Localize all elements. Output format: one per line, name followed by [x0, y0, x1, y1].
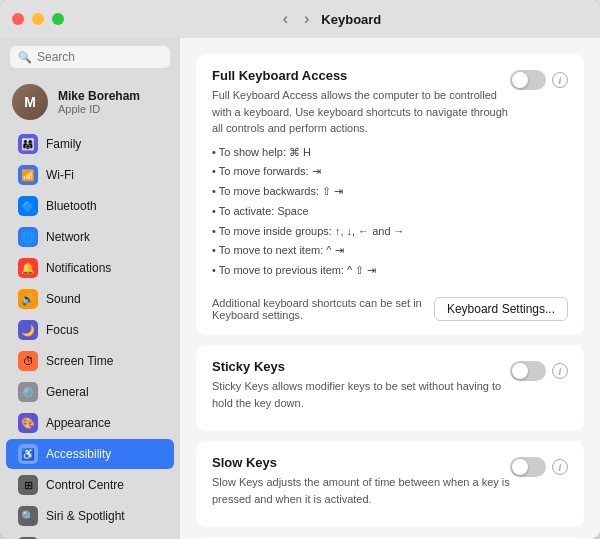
bullet-item: • To move to previous item: ^ ⇧ ⇥ [212, 261, 510, 281]
toggle-sticky-keys[interactable] [510, 361, 546, 381]
section-title-sticky-keys: Sticky Keys [212, 359, 510, 374]
section-title-full-keyboard: Full Keyboard Access [212, 68, 510, 83]
search-icon: 🔍 [18, 51, 32, 64]
wifi-icon: 📶 [18, 165, 38, 185]
sidebar-item-wifi[interactable]: 📶Wi-Fi [6, 160, 174, 190]
network-icon: 🌐 [18, 227, 38, 247]
sidebar-label-family: Family [46, 137, 81, 151]
section-card-full-keyboard: Full Keyboard AccessFull Keyboard Access… [196, 54, 584, 335]
bullet-item: • To move inside groups: ↑, ↓, ← and → [212, 222, 510, 242]
section-text-full-keyboard: Full Keyboard AccessFull Keyboard Access… [212, 68, 510, 289]
controlcentre-icon: ⊞ [18, 475, 38, 495]
section-card-sticky-keys: Sticky KeysSticky Keys allows modifier k… [196, 345, 584, 431]
sidebar-item-privacy[interactable]: 🔒Privacy & Security [6, 532, 174, 539]
sidebar-item-sound[interactable]: 🔊Sound [6, 284, 174, 314]
close-button[interactable] [12, 13, 24, 25]
search-input[interactable] [37, 50, 162, 64]
section-row-slow-keys: Slow KeysSlow Keys adjusts the amount of… [212, 455, 568, 513]
sidebar-label-wifi: Wi-Fi [46, 168, 74, 182]
info-button-full-keyboard[interactable]: i [552, 72, 568, 88]
sidebar-item-family[interactable]: 👨‍👩‍👧Family [6, 129, 174, 159]
sidebar-item-screentime[interactable]: ⏱Screen Time [6, 346, 174, 376]
sidebar-label-spotlight: Siri & Spotlight [46, 509, 125, 523]
sections-container: Full Keyboard AccessFull Keyboard Access… [196, 54, 584, 539]
sidebar-item-accessibility[interactable]: ♿Accessibility [6, 439, 174, 469]
forward-button[interactable]: › [300, 8, 313, 30]
bluetooth-icon: 🔷 [18, 196, 38, 216]
section-row-full-keyboard: Full Keyboard AccessFull Keyboard Access… [212, 68, 568, 289]
window: ‹ › Keyboard 🔍 M Mike Boreham Apple ID 👨… [0, 0, 600, 539]
main-content: Full Keyboard AccessFull Keyboard Access… [180, 38, 600, 539]
section-controls-sticky-keys: i [510, 359, 568, 381]
section-controls-full-keyboard: i [510, 68, 568, 90]
sidebar-label-sound: Sound [46, 292, 81, 306]
section-row-sticky-keys: Sticky KeysSticky Keys allows modifier k… [212, 359, 568, 417]
toggle-slow-keys[interactable] [510, 457, 546, 477]
family-icon: 👨‍👩‍👧 [18, 134, 38, 154]
section-text-slow-keys: Slow KeysSlow Keys adjusts the amount of… [212, 455, 510, 513]
bullet-item: • To move backwards: ⇧ ⇥ [212, 182, 510, 202]
section-desc-sticky-keys: Sticky Keys allows modifier keys to be s… [212, 378, 510, 411]
notifications-icon: 🔔 [18, 258, 38, 278]
screentime-icon: ⏱ [18, 351, 38, 371]
section-text-sticky-keys: Sticky KeysSticky Keys allows modifier k… [212, 359, 510, 417]
sidebar-label-appearance: Appearance [46, 416, 111, 430]
sidebar-items-container: 👨‍👩‍👧Family📶Wi-Fi🔷Bluetooth🌐Network🔔Noti… [0, 128, 180, 539]
spotlight-icon: 🔍 [18, 506, 38, 526]
bullet-item: • To show help: ⌘ H [212, 143, 510, 163]
section-controls-slow-keys: i [510, 455, 568, 477]
maximize-button[interactable] [52, 13, 64, 25]
appearance-icon: 🎨 [18, 413, 38, 433]
sidebar-label-focus: Focus [46, 323, 79, 337]
sidebar-item-controlcentre[interactable]: ⊞Control Centre [6, 470, 174, 500]
toggle-knob-slow-keys [512, 459, 528, 475]
minimize-button[interactable] [32, 13, 44, 25]
user-section[interactable]: M Mike Boreham Apple ID [0, 76, 180, 128]
accessibility-icon: ♿ [18, 444, 38, 464]
sidebar-label-controlcentre: Control Centre [46, 478, 124, 492]
section-bullets-full-keyboard: • To show help: ⌘ H• To move forwards: ⇥… [212, 143, 510, 282]
action-row-full-keyboard: Additional keyboard shortcuts can be set… [212, 297, 568, 321]
info-button-sticky-keys[interactable]: i [552, 363, 568, 379]
section-title-slow-keys: Slow Keys [212, 455, 510, 470]
window-title: Keyboard [321, 12, 381, 27]
search-bar[interactable]: 🔍 [10, 46, 170, 68]
titlebar-center: ‹ › Keyboard [72, 8, 588, 30]
toggle-knob-sticky-keys [512, 363, 528, 379]
sidebar-item-network[interactable]: 🌐Network [6, 222, 174, 252]
section-card-slow-keys: Slow KeysSlow Keys adjusts the amount of… [196, 441, 584, 527]
sidebar-label-notifications: Notifications [46, 261, 111, 275]
sidebar-item-bluetooth[interactable]: 🔷Bluetooth [6, 191, 174, 221]
section-desc-full-keyboard: Full Keyboard Access allows the computer… [212, 87, 510, 137]
bullet-item: • To activate: Space [212, 202, 510, 222]
user-subtitle: Apple ID [58, 103, 140, 115]
toggle-full-keyboard[interactable] [510, 70, 546, 90]
toggle-knob-full-keyboard [512, 72, 528, 88]
section-desc-slow-keys: Slow Keys adjusts the amount of time bet… [212, 474, 510, 507]
action-desc-full-keyboard: Additional keyboard shortcuts can be set… [212, 297, 422, 321]
sidebar-item-general[interactable]: ⚙️General [6, 377, 174, 407]
avatar: M [12, 84, 48, 120]
back-button[interactable]: ‹ [279, 8, 292, 30]
sidebar-label-screentime: Screen Time [46, 354, 113, 368]
sidebar-label-accessibility: Accessibility [46, 447, 111, 461]
sidebar-item-notifications[interactable]: 🔔Notifications [6, 253, 174, 283]
user-info: Mike Boreham Apple ID [58, 89, 140, 115]
sidebar-item-focus[interactable]: 🌙Focus [6, 315, 174, 345]
titlebar: ‹ › Keyboard [0, 0, 600, 38]
sidebar-label-bluetooth: Bluetooth [46, 199, 97, 213]
focus-icon: 🌙 [18, 320, 38, 340]
general-icon: ⚙️ [18, 382, 38, 402]
content-area: 🔍 M Mike Boreham Apple ID 👨‍👩‍👧Family📶Wi… [0, 38, 600, 539]
sidebar-label-network: Network [46, 230, 90, 244]
sidebar: 🔍 M Mike Boreham Apple ID 👨‍👩‍👧Family📶Wi… [0, 38, 180, 539]
bullet-item: • To move to next item: ^ ⇥ [212, 241, 510, 261]
sidebar-label-general: General [46, 385, 89, 399]
info-button-slow-keys[interactable]: i [552, 459, 568, 475]
sidebar-item-appearance[interactable]: 🎨Appearance [6, 408, 174, 438]
action-button-full-keyboard[interactable]: Keyboard Settings... [434, 297, 568, 321]
sound-icon: 🔊 [18, 289, 38, 309]
bullet-item: • To move forwards: ⇥ [212, 162, 510, 182]
sidebar-item-spotlight[interactable]: 🔍Siri & Spotlight [6, 501, 174, 531]
user-name: Mike Boreham [58, 89, 140, 103]
